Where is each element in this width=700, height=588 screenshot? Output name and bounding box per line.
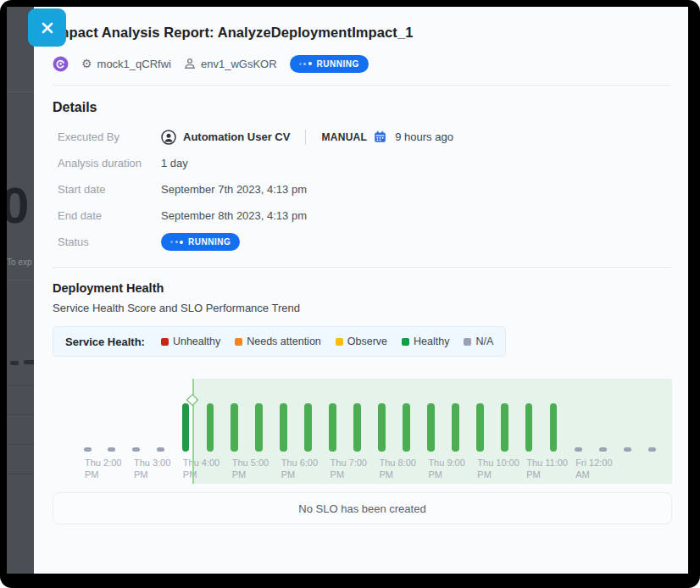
legend-swatch — [161, 338, 169, 346]
details-section: Executed By Automation User CV MANUAL — [53, 124, 672, 255]
detail-row-end-date: End date September 8th 2023, 4:13 pm — [53, 202, 672, 229]
health-bar[interactable] — [501, 403, 508, 452]
service-name: mock1_qCRfwi — [97, 58, 171, 70]
detail-value: September 7th 2023, 4:13 pm — [161, 183, 307, 196]
impact-analysis-report-drawer: Impact Analysis Report: AnalyzeDeploymen… — [34, 7, 688, 574]
health-bar-na[interactable] — [108, 447, 115, 452]
health-bar[interactable] — [525, 403, 533, 452]
x-axis-tick-label: Thu 6:00PM — [281, 458, 318, 480]
deployment-health-heading: Deployment Health — [53, 281, 672, 295]
gear-icon: ⚙ — [81, 58, 92, 69]
health-bar[interactable] — [280, 403, 287, 452]
x-axis-tick-label: Thu 8:00PM — [379, 458, 415, 480]
health-bar[interactable] — [207, 403, 214, 452]
health-bar-na[interactable] — [132, 447, 140, 452]
running-spinner-icon — [299, 62, 312, 65]
x-axis-tick-label: Fri 12:00AM — [575, 458, 612, 480]
executed-time-ago: 9 hours ago — [395, 130, 453, 143]
x-axis-tick-label: Thu 4:00PM — [183, 458, 219, 480]
app-window: 0 To exp Impact Analysis Report: Analyze… — [0, 0, 700, 588]
legend-item-healthy: Healthy — [402, 336, 449, 347]
health-bar-na[interactable] — [624, 447, 631, 452]
service-health-legend: Service Health: UnhealthyNeeds attention… — [53, 326, 506, 357]
x-axis-tick-label: Thu 3:00PM — [134, 458, 170, 480]
legend-title: Service Health: — [65, 336, 145, 348]
section-divider — [53, 267, 672, 268]
health-bar[interactable] — [329, 403, 336, 452]
trigger-type: MANUAL — [321, 131, 367, 143]
legend-item-observe: Observe — [336, 336, 387, 347]
legend-item-unhealthy: Unhealthy — [161, 336, 220, 347]
health-bar[interactable] — [182, 403, 190, 452]
x-axis-tick-label: Thu 10:00PM — [477, 458, 519, 480]
health-bar[interactable] — [452, 403, 459, 452]
slo-empty-message: No SLO has been created — [298, 502, 425, 515]
legend-item-needs-attention: Needs attention — [235, 336, 321, 347]
background-partial-text: To exp — [7, 258, 31, 267]
health-bar[interactable] — [550, 403, 558, 452]
deployment-health-subtitle: Service Health Score and SLO Performance… — [53, 302, 672, 314]
health-bar[interactable] — [304, 403, 312, 452]
divider — [305, 130, 306, 145]
background-count-text: 0 — [7, 176, 29, 235]
report-meta-row: ⚙ mock1_qCRfwi env1_wGsKOR RUNNING — [53, 54, 672, 73]
detail-row-start-date: Start date September 7th 2023, 4:13 pm — [53, 176, 672, 202]
x-axis-tick-label: Thu 5:00PM — [232, 458, 269, 480]
legend-swatch — [235, 338, 242, 346]
x-axis-tick-label: Thu 9:00PM — [428, 458, 464, 480]
slo-empty-state: No SLO has been created — [53, 492, 672, 524]
health-bar[interactable] — [403, 403, 410, 452]
detail-row-executed-by: Executed By Automation User CV MANUAL — [53, 124, 672, 150]
legend-swatch — [336, 338, 343, 346]
service-chip: ⚙ mock1_qCRfwi — [81, 58, 171, 70]
health-bar-na[interactable] — [157, 447, 164, 452]
health-bar-na[interactable] — [84, 447, 92, 452]
detail-label: Analysis duration — [58, 157, 161, 169]
health-bar[interactable] — [231, 403, 238, 452]
environment-icon — [184, 58, 196, 69]
background-icon — [10, 361, 19, 365]
close-icon — [41, 21, 54, 35]
header-divider — [53, 85, 672, 86]
health-bar-na[interactable] — [648, 447, 656, 452]
detail-row-analysis-duration: Analysis duration 1 day — [53, 150, 672, 176]
viewport: 0 To exp Impact Analysis Report: Analyze… — [7, 7, 688, 574]
detail-label: End date — [58, 209, 161, 222]
legend-item-n-a: N/A — [464, 336, 493, 347]
detail-row-status: Status RUNNING — [53, 229, 672, 255]
close-drawer-button[interactable] — [28, 8, 66, 47]
health-bar[interactable] — [353, 403, 361, 452]
x-axis-tick-label: Thu 7:00PM — [331, 458, 367, 480]
detail-label: Executed By — [58, 130, 161, 143]
user-icon — [161, 130, 176, 145]
monitored-service-avatar-icon — [53, 56, 69, 72]
detail-value: 1 day — [161, 157, 188, 169]
executed-by-user: Automation User CV — [183, 130, 290, 143]
report-title: Impact Analysis Report: AnalyzeDeploymen… — [53, 7, 672, 41]
detail-label: Status — [58, 236, 161, 248]
page-overlay-backdrop: 0 To exp — [7, 7, 34, 574]
background-icon — [24, 360, 34, 364]
detail-label: Start date — [58, 183, 161, 196]
health-bar[interactable] — [255, 403, 263, 452]
health-bar[interactable] — [476, 403, 484, 452]
status-badge: RUNNING — [290, 55, 369, 73]
health-bar-na[interactable] — [599, 447, 607, 452]
health-bar-na[interactable] — [575, 447, 582, 452]
status-badge: RUNNING — [161, 233, 240, 251]
x-axis-tick-label: Thu 2:00PM — [85, 458, 121, 480]
legend-swatch — [464, 338, 471, 346]
environment-name: env1_wGsKOR — [201, 58, 277, 70]
detail-value: September 8th 2023, 4:13 pm — [161, 209, 307, 222]
details-heading: Details — [53, 100, 672, 115]
environment-chip: env1_wGsKOR — [184, 58, 277, 70]
x-axis-tick-label: Thu 11:00PM — [526, 458, 568, 480]
calendar-icon — [374, 130, 386, 143]
legend-swatch — [402, 338, 409, 346]
health-bar[interactable] — [378, 403, 386, 452]
running-spinner-icon — [170, 241, 183, 244]
health-score-chart: Thu 2:00PMThu 3:00PMThu 4:00PMThu 5:00PM… — [53, 367, 672, 484]
health-bar[interactable] — [427, 403, 435, 452]
executed-by-value: Automation User CV MANUAL — [161, 130, 453, 145]
